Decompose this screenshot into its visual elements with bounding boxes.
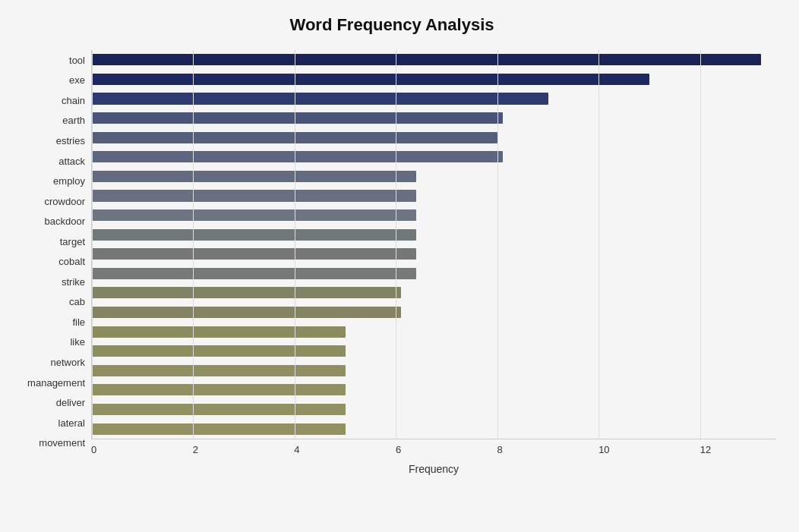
- bar-row: [92, 361, 776, 381]
- y-label: deliver: [56, 398, 85, 408]
- bar-row: [92, 127, 776, 147]
- bar-row: [92, 89, 776, 109]
- bar: [92, 54, 761, 65]
- x-axis: 024681012: [91, 444, 776, 459]
- y-label: like: [70, 337, 85, 347]
- bar: [92, 190, 416, 201]
- y-label: earth: [62, 115, 85, 125]
- y-label: management: [27, 378, 85, 388]
- x-axis-label: Frequency: [409, 463, 459, 475]
- bar-row: [92, 283, 776, 303]
- bar-row: [92, 147, 776, 167]
- y-label: chain: [62, 96, 85, 105]
- y-label: crowdoor: [45, 197, 85, 206]
- bar-row: [92, 264, 776, 284]
- y-label: employ: [53, 176, 85, 186]
- bar: [92, 326, 346, 338]
- bar: [92, 307, 401, 318]
- y-axis: toolexechainearthestriesattackemploycrow…: [8, 50, 91, 476]
- y-label: estries: [56, 136, 85, 146]
- bar-row: [92, 50, 776, 70]
- y-label: target: [60, 237, 85, 247]
- y-label: strike: [62, 277, 85, 287]
- y-label: attack: [58, 156, 85, 166]
- bar-row: [92, 70, 776, 90]
- bar-row: [92, 167, 776, 187]
- bar: [92, 229, 416, 241]
- bar-row: [92, 400, 776, 420]
- bars-wrapper: [91, 50, 776, 439]
- bar: [92, 209, 416, 221]
- bar: [92, 404, 346, 415]
- bar: [92, 423, 346, 435]
- bar-row: [92, 380, 776, 400]
- bar: [92, 248, 416, 260]
- x-axis-label-container: Frequency: [91, 462, 776, 476]
- chart-container: Word Frequency Analysis toolexechaineart…: [0, 0, 799, 532]
- bar: [92, 268, 416, 279]
- plot-area: 024681012 Frequency: [91, 50, 776, 476]
- y-label: network: [50, 357, 85, 367]
- bar-row: [92, 419, 776, 439]
- bar: [92, 345, 346, 357]
- chart-area: toolexechainearthestriesattackemploycrow…: [8, 50, 776, 476]
- bar: [92, 74, 649, 85]
- y-label: cobalt: [58, 257, 85, 266]
- bar: [92, 93, 548, 104]
- bar-row: [92, 186, 776, 206]
- bar: [92, 365, 346, 376]
- bar-row: [92, 244, 776, 264]
- y-label: cab: [69, 297, 85, 307]
- bar-row: [92, 322, 776, 342]
- y-label: lateral: [58, 418, 85, 428]
- y-label: exe: [69, 75, 85, 85]
- bar-row: [92, 225, 776, 244]
- y-label: movement: [39, 438, 85, 448]
- bar: [92, 132, 497, 143]
- bar-row: [92, 342, 776, 361]
- bar-row: [92, 206, 776, 225]
- bar-row: [92, 109, 776, 128]
- bar: [92, 151, 503, 162]
- bar-row: [92, 303, 776, 323]
- y-label: tool: [69, 55, 85, 65]
- bar: [92, 287, 401, 298]
- bar: [92, 112, 503, 124]
- chart-title: Word Frequency Analysis: [8, 15, 776, 35]
- y-label: file: [72, 317, 85, 327]
- bar: [92, 171, 416, 182]
- bar: [92, 384, 346, 395]
- y-label: backdoor: [45, 216, 85, 226]
